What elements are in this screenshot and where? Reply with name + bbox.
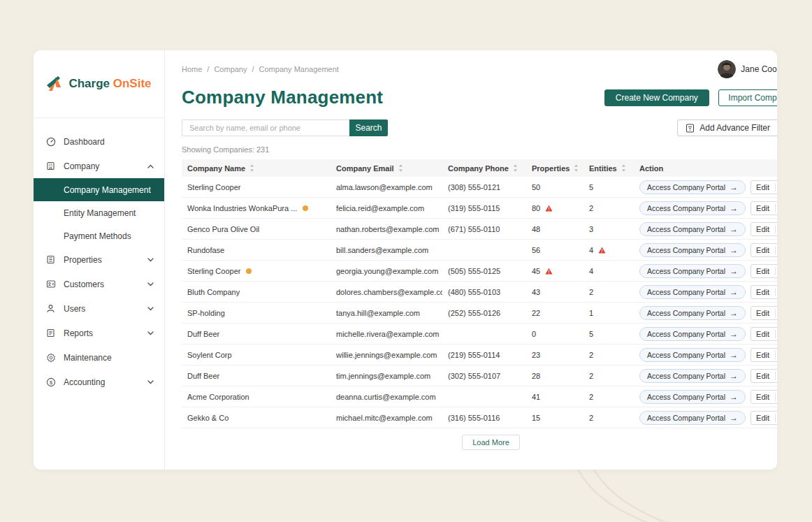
access-company-portal-button[interactable]: Access Company Portal→ (639, 222, 746, 236)
sidebar-subitem-entity-management[interactable]: Entity Management (34, 201, 164, 224)
company-name-cell: Sterling Cooper (182, 183, 331, 191)
entities-count[interactable]: 2 (589, 414, 593, 422)
properties-cell: 0 (526, 330, 583, 338)
entities-count[interactable]: 4 (589, 246, 593, 254)
edit-button[interactable]: Edit⋮ (751, 243, 777, 257)
entities-count[interactable]: 3 (589, 225, 593, 233)
create-new-company-button[interactable]: Create New Company (604, 89, 709, 106)
action-cell: Access Company Portal→Edit⋮ (634, 327, 777, 341)
sidebar-item-maintenance[interactable]: Maintenance (34, 345, 164, 370)
column-header-company-phone[interactable]: Company Phone (442, 164, 526, 173)
sort-icon[interactable] (621, 164, 626, 172)
sidebar-item-reports[interactable]: Reports (34, 321, 164, 345)
chevron-down-icon (147, 380, 154, 384)
entities-count[interactable]: 4 (589, 267, 593, 275)
divider (775, 351, 776, 359)
user-menu[interactable]: Jane Cooper (718, 60, 777, 78)
edit-button[interactable]: Edit⋮ (751, 201, 777, 215)
entities-count[interactable]: 2 (589, 204, 593, 212)
properties-count[interactable]: 45 (532, 267, 540, 275)
edit-button[interactable]: Edit⋮ (751, 390, 777, 404)
divider (775, 330, 776, 338)
breadcrumb-company[interactable]: Company (214, 65, 247, 73)
breadcrumb-home[interactable]: Home (182, 65, 202, 73)
edit-button[interactable]: Edit⋮ (751, 285, 777, 299)
access-company-portal-button[interactable]: Access Company Portal→ (639, 180, 746, 194)
user-name: Jane Cooper (741, 64, 777, 74)
properties-count[interactable]: 48 (532, 225, 540, 233)
column-header-company-email[interactable]: Company Email (331, 164, 442, 173)
properties-count[interactable]: 56 (532, 246, 540, 254)
access-company-portal-button[interactable]: Access Company Portal→ (639, 285, 746, 299)
properties-count: 0 (532, 330, 536, 338)
edit-button[interactable]: Edit⋮ (751, 369, 777, 383)
column-header-company-name[interactable]: Company Name (182, 164, 331, 173)
access-company-portal-button[interactable]: Access Company Portal→ (639, 369, 746, 383)
properties-icon (45, 254, 56, 265)
sidebar-subitem-company-management[interactable]: Company Management (34, 178, 164, 201)
sidebar-item-properties[interactable]: Properties (34, 247, 164, 272)
edit-button[interactable]: Edit⋮ (751, 222, 777, 236)
sidebar-item-accounting[interactable]: $Accounting (34, 370, 164, 394)
properties-cell: 80 (526, 204, 583, 212)
sidebar-item-dashboard[interactable]: Dashboard (34, 129, 164, 154)
import-company-button[interactable]: Import Company (718, 89, 777, 106)
properties-count[interactable]: 43 (532, 288, 540, 296)
search-input[interactable] (182, 119, 349, 136)
edit-button[interactable]: Edit⋮ (751, 306, 777, 320)
sidebar-item-company[interactable]: Company (34, 154, 164, 178)
sidebar-subitem-payment-methods[interactable]: Payment Methods (34, 224, 164, 247)
access-company-portal-button[interactable]: Access Company Portal→ (639, 327, 746, 341)
access-company-portal-button[interactable]: Access Company Portal→ (639, 390, 746, 404)
table-row: Bluth Companydolores.chambers@example.co… (182, 282, 777, 303)
properties-count[interactable]: 28 (532, 372, 540, 380)
properties-count[interactable]: 15 (532, 414, 540, 422)
action-cell: Access Company Portal→Edit⋮ (634, 180, 777, 194)
edit-button[interactable]: Edit⋮ (751, 411, 777, 425)
search-button[interactable]: Search (349, 119, 388, 136)
company-phone-cell: (252) 555-0126 (442, 309, 526, 317)
access-company-portal-button[interactable]: Access Company Portal→ (639, 411, 746, 425)
properties-count[interactable]: 41 (532, 393, 540, 401)
column-header-properties[interactable]: Properties (526, 164, 583, 173)
sidebar-item-users[interactable]: Users (34, 296, 164, 321)
charge-onsite-logo-icon (46, 75, 64, 92)
add-advance-filter-button[interactable]: Add Advance Filter (677, 119, 777, 136)
entities-count[interactable]: 2 (589, 393, 593, 401)
company-name-cell: Gekko & Co (182, 414, 331, 422)
properties-count[interactable]: 23 (532, 351, 540, 359)
edit-button[interactable]: Edit⋮ (751, 180, 777, 194)
search-group: Search (182, 119, 388, 136)
access-company-portal-button[interactable]: Access Company Portal→ (639, 306, 746, 320)
access-company-portal-button[interactable]: Access Company Portal→ (639, 243, 746, 257)
entities-cell: 5 (583, 183, 634, 191)
sidebar-item-customers[interactable]: Customers (34, 272, 164, 296)
company-name-cell: Wonka Industries WonkaPura ... (182, 204, 331, 212)
sort-icon[interactable] (513, 164, 518, 172)
entities-count[interactable]: 2 (589, 372, 593, 380)
entities-cell: 2 (583, 204, 634, 212)
load-more-button[interactable]: Load More (462, 435, 520, 450)
company-name-cell: Acme Corporation (182, 393, 331, 401)
column-header-entities[interactable]: Entities (583, 164, 634, 173)
edit-button[interactable]: Edit⋮ (751, 264, 777, 278)
action-cell: Access Company Portal→Edit⋮ (634, 390, 777, 404)
access-company-portal-button[interactable]: Access Company Portal→ (639, 348, 746, 362)
entities-count[interactable]: 1 (589, 309, 593, 317)
edit-button[interactable]: Edit⋮ (751, 348, 777, 362)
chevron-down-icon (147, 307, 154, 311)
entities-count[interactable]: 5 (589, 330, 593, 338)
properties-count[interactable]: 80 (532, 204, 540, 212)
sort-icon[interactable] (574, 164, 579, 172)
properties-count[interactable]: 50 (532, 183, 540, 191)
access-company-portal-button[interactable]: Access Company Portal→ (639, 201, 746, 215)
edit-button[interactable]: Edit⋮ (751, 327, 777, 341)
entities-count[interactable]: 2 (589, 351, 593, 359)
entities-count[interactable]: 2 (589, 288, 593, 296)
table-row: Gekko & Comichael.mitc@example.com(316) … (182, 407, 777, 428)
sort-icon[interactable] (398, 164, 403, 172)
sort-icon[interactable] (249, 164, 254, 172)
entities-count[interactable]: 5 (589, 183, 593, 191)
properties-count[interactable]: 22 (532, 309, 540, 317)
access-company-portal-button[interactable]: Access Company Portal→ (639, 264, 746, 278)
